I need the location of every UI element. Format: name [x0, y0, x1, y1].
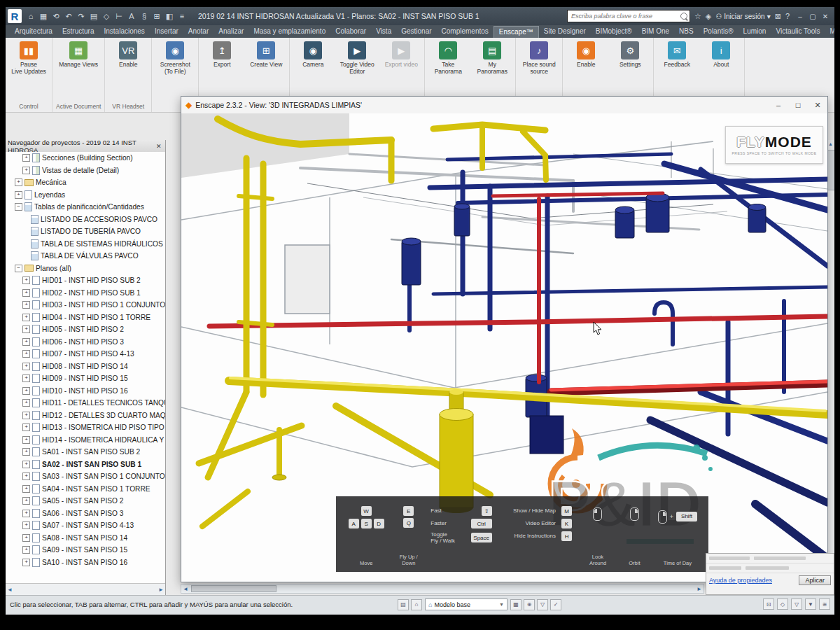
tab-enscape[interactable]: Enscape™ [493, 26, 539, 38]
select-links-icon[interactable]: ⊡ [763, 598, 774, 610]
tab-bimobject[interactable]: BIMobject® [591, 26, 637, 38]
tree-item[interactable]: +SA01 - INST SAN PISO SUB 2 [6, 446, 165, 458]
exclude-options-icon[interactable]: ▽ [537, 599, 548, 610]
tree-item[interactable]: +SA02 - INST SAN PISO SUB 1 [6, 458, 165, 471]
warnings-icon[interactable]: ≋ [819, 598, 830, 610]
expand-icon[interactable]: + [22, 374, 30, 382]
link-icon[interactable]: ⊕ [524, 599, 535, 610]
expand-icon[interactable]: + [22, 399, 30, 407]
revit-app-menu-icon[interactable]: R [8, 9, 22, 23]
expand-icon[interactable]: + [22, 301, 30, 309]
tree-item[interactable]: LISTADO DE ACCESORIOS PAVCO [6, 214, 165, 226]
tab-polantis[interactable]: Polantis® [699, 26, 738, 38]
app-store-icon[interactable]: ⊠ [775, 12, 781, 21]
home-icon[interactable]: ⌂ [411, 599, 422, 610]
manage-views-button[interactable]: ▦Manage Views [59, 40, 98, 69]
search-input[interactable] [570, 12, 679, 20]
editable-only-icon[interactable]: ✓ [550, 599, 561, 610]
browser-horizontal-scrollbar[interactable]: ◄ ► [6, 583, 165, 595]
print-icon[interactable]: ▤ [88, 10, 99, 22]
tab-complementos[interactable]: Complementos [437, 26, 493, 38]
feedback-button[interactable]: ✉Feedback [657, 40, 696, 69]
tag-icon[interactable]: § [139, 10, 150, 22]
expand-icon[interactable]: + [22, 154, 30, 162]
tab-colaborar[interactable]: Colaborar [330, 26, 371, 38]
tree-item[interactable]: +SA03 - INST SAN PISO 1 CONJUNTO [6, 470, 165, 483]
tab-masa-y-emplazamiento[interactable]: Masa y emplazamiento [248, 26, 330, 38]
scroll-left-icon[interactable]: ◄ [7, 587, 13, 593]
tree-item[interactable]: +HID03 - INST HID PISO 1 CONJUNTO [6, 299, 165, 312]
tree-item[interactable]: +HID09 - INST HID PISO 15 [6, 372, 165, 385]
scrollbar-thumb[interactable] [191, 585, 276, 592]
expand-icon[interactable]: + [22, 522, 30, 529]
property-value-placeholder[interactable] [754, 556, 806, 560]
select-pinned-icon[interactable]: ◇ [777, 598, 788, 610]
thin-lines-icon[interactable]: ≡ [176, 10, 188, 22]
tree-item[interactable]: +SA07 - INST SAN PISO 4-13 [6, 519, 165, 532]
tree-item[interactable]: +SA10 - INST SAN PISO 16 [6, 556, 165, 569]
expand-icon[interactable]: + [15, 191, 22, 199]
tree-item[interactable]: +SA06 - INST SAN PISO 3 [6, 507, 165, 520]
enscape-3d-viewport[interactable]: P&ID FLYMODE PRESS SPACE TO SWITCH TO WA… [181, 113, 827, 582]
restore-button[interactable]: ▢ [806, 10, 819, 22]
scroll-right-icon[interactable]: ► [696, 586, 702, 592]
tree-item[interactable]: +SA04 - INST SAN PISO 1 TORRE [6, 483, 165, 496]
tab-victaulic-tools[interactable]: Victaulic Tools [771, 26, 825, 38]
scroll-left-icon[interactable]: ◄ [183, 586, 188, 592]
tab-estructura[interactable]: Estructura [57, 26, 99, 38]
tree-item[interactable]: +SA05 - INST SAN PISO 2 [6, 495, 165, 507]
tree-item[interactable]: +HID06 - INST HID PISO 3 [6, 336, 165, 349]
redo-icon[interactable]: ↷ [76, 10, 87, 22]
export-button[interactable]: ↥Export [202, 40, 241, 69]
collapse-icon[interactable]: − [15, 203, 22, 211]
select-underlay-icon[interactable]: ▽ [791, 598, 802, 610]
collapse-icon[interactable]: − [15, 265, 22, 272]
tree-item[interactable]: +Leyendas [6, 189, 165, 202]
tab-bim-one[interactable]: BIM One [637, 26, 674, 38]
expand-icon[interactable]: + [22, 167, 30, 174]
expand-icon[interactable]: + [22, 559, 30, 566]
my-panoramas-button[interactable]: ▤My Panoramas [472, 40, 512, 76]
about-button[interactable]: iAbout [701, 40, 741, 69]
tab-instalaciones[interactable]: Instalaciones [99, 26, 150, 38]
create-view-button[interactable]: ⊞Create View [246, 40, 286, 69]
expand-icon[interactable]: + [22, 448, 30, 456]
open-icon[interactable]: ⌂ [25, 10, 36, 22]
expand-icon[interactable]: + [22, 387, 30, 395]
expand-icon[interactable]: + [22, 424, 30, 431]
view-3d-icon[interactable]: ⊞ [151, 10, 162, 22]
horizontal-scrollbar[interactable]: ◄ ► [181, 584, 704, 594]
expand-icon[interactable]: + [22, 510, 30, 517]
expand-icon[interactable]: + [22, 314, 30, 321]
measure-icon[interactable]: ◇ [101, 10, 112, 22]
close-button[interactable]: ✕ [808, 101, 827, 110]
expand-icon[interactable]: + [22, 436, 30, 444]
vr-enable-button[interactable]: VREnable [108, 40, 148, 69]
expand-icon[interactable]: + [22, 276, 30, 284]
screenshot-button[interactable]: ◉Screenshot (To File) [155, 40, 195, 76]
take-panorama-button[interactable]: ◠Take Panorama [428, 40, 468, 76]
expand-icon[interactable]: + [22, 350, 30, 358]
tab-modificar[interactable]: Modificar [825, 26, 834, 38]
tab-arquitectura[interactable]: Arquitectura [10, 26, 57, 38]
expand-icon[interactable]: + [15, 178, 22, 186]
tree-item[interactable]: +HID04 - INST HID PISO 1 TORRE [6, 312, 165, 324]
tab-vista[interactable]: Vista [371, 26, 396, 38]
tree-item[interactable]: +SA09 - INST SAN PISO 15 [6, 544, 165, 556]
toggle-video-editor-button[interactable]: ▶Toggle Video Editor [337, 40, 377, 76]
tree-item[interactable]: +Mecánica [6, 176, 165, 189]
tree-item[interactable]: +HID01 - INST HID PISO SUB 2 [6, 274, 165, 287]
active-workset-selector[interactable]: ⌂ Modelo base ▼ [425, 598, 507, 610]
tree-item[interactable]: −Tablas de planificación/Cantidades [6, 201, 165, 214]
scroll-right-icon[interactable]: ► [158, 587, 164, 593]
tab-insertar[interactable]: Insertar [150, 26, 183, 38]
expand-icon[interactable]: + [22, 485, 30, 493]
expand-icon[interactable]: + [22, 338, 30, 346]
tab-site-designer[interactable]: Site Designer [539, 26, 591, 38]
expand-icon[interactable]: + [22, 546, 30, 554]
expand-icon[interactable]: + [22, 534, 30, 542]
properties-help-link[interactable]: Ayuda de propiedades [709, 577, 772, 584]
place-sound-source-button[interactable]: ♪Place sound source [519, 40, 559, 76]
tree-item[interactable]: +HID07 - INST HID PISO 4-13 [6, 348, 165, 360]
search-icon[interactable] [680, 13, 687, 20]
